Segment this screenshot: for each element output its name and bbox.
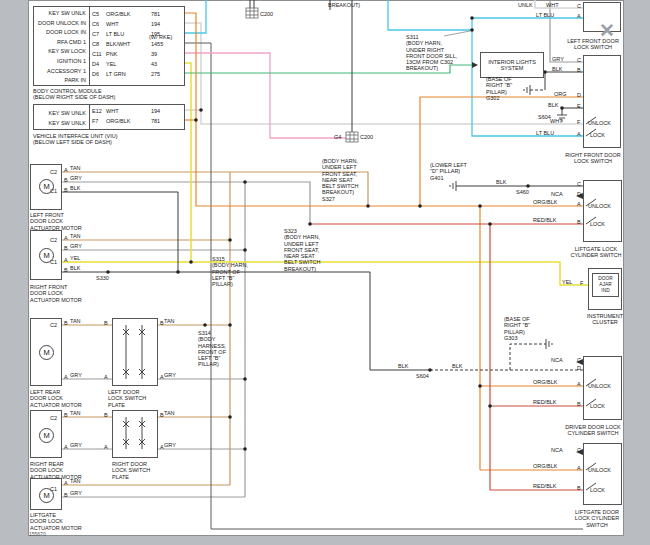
pin-label: A — [64, 480, 68, 486]
connector-ref-label: G4 — [334, 134, 341, 140]
viu-pin-row: F7ORG/BLK781 — [92, 118, 160, 124]
wire-color-label: GRY — [70, 243, 82, 249]
pin-label: B — [64, 187, 68, 193]
ground-g302-label: (BASE OF RIGHT "B" PILLAR) G302 — [486, 76, 526, 101]
right-door-lock-switch-plate — [112, 410, 158, 458]
pin-label: A — [64, 374, 68, 380]
liftgate-door-lock-cylinder-switch-caption: LIFTGATE DOOR LOCK CYLINDER SWITCH — [572, 509, 622, 528]
splice-s314-label: S314 (BODY HARNESS, FRONT OF LEFT "B" PI… — [198, 330, 240, 368]
pin-label: B — [104, 320, 108, 326]
pin-label: F — [577, 119, 580, 125]
circuit-number: 781 — [151, 118, 160, 124]
ground-g303-label: (BASE OF RIGHT "B" PILLAR) G303 — [504, 316, 544, 341]
wire-color: LT GRN — [106, 71, 151, 77]
wire-color-label: YEL — [562, 279, 572, 285]
note-label: (W/ RKE) — [149, 34, 172, 40]
wire-color-label: TAN — [70, 233, 81, 239]
wire-color-label: BLK — [70, 185, 80, 191]
right-front-motor-caption: RIGHT FRONT DOOR LOCK ACTUATOR MOTOR — [30, 284, 90, 303]
wire-color-label: TAN — [70, 478, 81, 484]
wire-color-label: WHT — [550, 118, 563, 124]
liftgate-lock-cylinder-switch: UNLOCK LOCK — [583, 180, 622, 242]
figure-number: 155670 — [29, 531, 46, 537]
bcm-pin-row: C5ORG/BLK781 — [92, 11, 160, 17]
pin-label: A — [104, 444, 108, 450]
wire-color-label: BLK — [552, 66, 562, 72]
connector-label: C2 — [50, 169, 57, 175]
pin-label: A — [64, 167, 68, 173]
motor-symbol: M — [39, 428, 54, 443]
splice-label: S604 — [416, 373, 429, 379]
wire-color: BLK/WHT — [106, 41, 151, 47]
wire-color-label: TAN — [70, 165, 81, 171]
pin-label: A — [160, 374, 164, 380]
pin-label: C — [577, 181, 581, 187]
bcm-pin-row: D6LT GRN275 — [92, 71, 160, 77]
right-front-door-lock-actuator-motor: M — [30, 230, 62, 280]
liftgate-door-lock-cylinder-switch: UNLOCK LOCK — [583, 443, 622, 505]
wire-color-label: GRY — [70, 372, 82, 378]
wire-color-label: RED/BLK — [533, 217, 557, 223]
pin-label: D — [577, 365, 581, 371]
interior-lights-system-box: INTERIOR LIGHTS SYSTEM — [480, 52, 544, 78]
bcm-pin-row: C11PNK39 — [92, 51, 157, 57]
splice-s327-label: (BODY HARN, UNDER LEFT FRONT SEAT, NEAR … — [322, 158, 370, 202]
left-front-motor-caption: LEFT FRONT DOOR LOCK ACTUATOR MOTOR — [30, 212, 90, 231]
wire-color: ORG/BLK — [106, 118, 151, 124]
bcm-divider — [89, 7, 90, 85]
switch-position-unlock: UNLOCK — [588, 383, 611, 389]
left-plate-label: LEFT DOOR LOCK SWITCH PLATE — [108, 389, 158, 408]
connector-label: C1 — [50, 188, 57, 194]
wire-color: YEL — [106, 61, 151, 67]
wire-color-label: TAN — [164, 318, 175, 324]
switch-position-lock: LOCK — [590, 132, 605, 138]
wire-color-label: GRY — [552, 56, 564, 62]
switch-position-unlock: UNLOCK — [588, 120, 611, 126]
wire-color-label: TAN — [70, 410, 81, 416]
pin-id: C7 — [92, 31, 106, 37]
pin-label: B — [577, 219, 581, 225]
wire-color-label: GRY — [70, 442, 82, 448]
connector-label: C2 — [50, 322, 57, 328]
wire-color-label: LT BLU — [536, 130, 554, 136]
pin-label: B — [160, 320, 164, 326]
pin-id: C5 — [92, 11, 106, 17]
splice-s315-label: S315 (BODY HARN, FRONT OF LEFT "B" PILLA… — [212, 256, 254, 287]
close-icon[interactable]: ✕ — [599, 21, 615, 40]
left-rear-door-lock-actuator-motor: M — [30, 318, 62, 386]
ground-g401-label: (LOWER LEFT "D" PILLAR) G401 — [430, 162, 474, 181]
left-front-door-lock-actuator-motor: M — [30, 164, 62, 210]
pin-id: E12 — [92, 108, 106, 114]
wire-color-label: BLK — [70, 265, 80, 271]
wire-color: PNK — [106, 51, 151, 57]
pin-label: A — [577, 465, 581, 471]
pin-label: A — [64, 235, 68, 241]
bcm-box: KEY SW UNLK DOOR UNLOCK IN DOOR LOCK IN … — [33, 6, 185, 86]
switch-position-lock: LOCK — [590, 403, 605, 409]
splice-s311-label: S311 (BODY HARN, UNDER RIGHT FRONT DOOR … — [406, 34, 464, 72]
liftgate-door-lock-actuator-motor: M — [30, 478, 62, 510]
wire-color-label: TAN — [164, 410, 175, 416]
circuit-number: 194 — [151, 108, 160, 114]
pin-label: A — [577, 131, 581, 137]
connector-label: C2 — [50, 237, 57, 243]
switch-position-unlock: UNLOCK — [588, 467, 611, 473]
pin-label: B — [64, 492, 68, 498]
wire-color-label: RED/BLK — [533, 399, 557, 405]
wiring-diagram-viewer: KEY SW UNLK DOOR UNLOCK IN DOOR LOCK IN … — [0, 0, 650, 545]
pin-label: B — [64, 245, 68, 251]
pin-id: F7 — [92, 118, 106, 124]
left-rear-motor-caption: LEFT REAR DOOR LOCK ACTUATOR MOTOR — [30, 389, 90, 408]
instrument-cluster-box: DOOR AJAR IND — [588, 268, 622, 310]
liftgate-lock-cylinder-switch-caption: LIFTGATE LOCK CYLINDER SWITCH — [568, 246, 624, 259]
wire-color-label: BLK — [452, 363, 462, 369]
pin-id: C6 — [92, 21, 106, 27]
wire-color-label: TAN — [70, 318, 81, 324]
pin-label: B — [577, 485, 581, 491]
nca-label: NCA — [551, 447, 563, 453]
switch-position-unlock: UNLOCK — [588, 203, 611, 209]
circuit-number: 275 — [151, 71, 160, 77]
viu-box: KEY SW UNLK KEY SW UNLK E12WHT194 F7ORG/… — [33, 104, 185, 130]
splice-label: S604 — [538, 114, 551, 120]
connector-ref-label: C200 — [260, 11, 273, 17]
